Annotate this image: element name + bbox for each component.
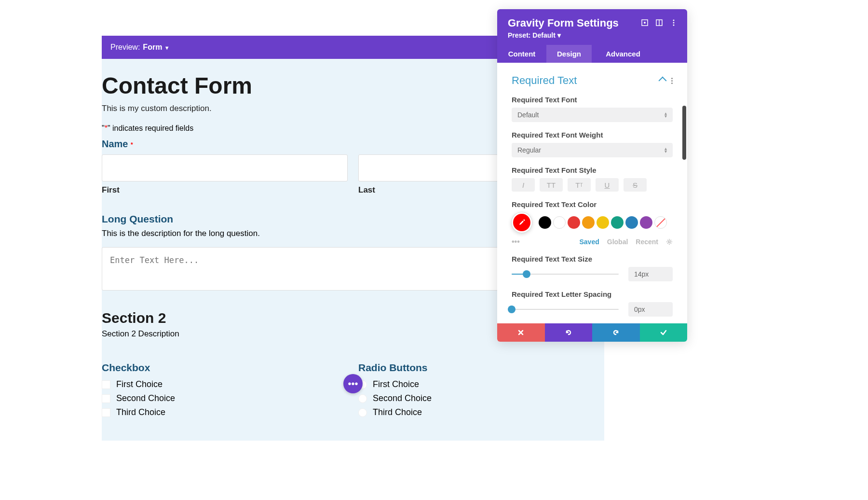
- more-vert-icon[interactable]: [670, 19, 678, 27]
- preview-label: Preview:: [110, 43, 140, 52]
- panel-title: Gravity Form Settings: [508, 17, 619, 29]
- radio-item[interactable]: First Choice: [358, 379, 604, 389]
- color-tab-global[interactable]: Global: [607, 238, 628, 246]
- spacing-slider[interactable]: [512, 309, 619, 310]
- select-arrows-icon: ▴▾: [665, 147, 667, 153]
- smallcaps-button[interactable]: TT: [568, 178, 591, 192]
- radio-item-label: First Choice: [373, 379, 419, 389]
- chevron-up-icon[interactable]: [659, 77, 667, 85]
- radio-column: Radio Buttons First Choice Second Choice…: [358, 362, 604, 421]
- section-header[interactable]: Required Text: [512, 74, 673, 87]
- tab-design[interactable]: Design: [546, 45, 592, 63]
- radio-item-label: Third Choice: [373, 407, 422, 417]
- weight-label: Required Text Font Weight: [512, 131, 673, 139]
- panel-tabs: Content Design Advanced: [497, 45, 687, 63]
- checkbox-item[interactable]: Third Choice: [102, 407, 348, 417]
- color-picker-button[interactable]: [512, 212, 532, 233]
- underline-button[interactable]: U: [596, 178, 619, 192]
- focus-icon[interactable]: [641, 19, 649, 27]
- checkbox-column: Checkbox First Choice Second Choice Thir…: [102, 362, 348, 421]
- checkbox-item-label: Third Choice: [116, 407, 165, 417]
- weight-select[interactable]: Regular ▴▾: [512, 143, 673, 157]
- color-swatch-purple[interactable]: [640, 216, 652, 229]
- uppercase-button[interactable]: TT: [540, 178, 563, 192]
- more-vert-icon[interactable]: [671, 78, 673, 84]
- tab-advanced[interactable]: Advanced: [592, 45, 654, 63]
- color-tab-saved[interactable]: Saved: [580, 238, 599, 246]
- close-icon: [517, 329, 524, 336]
- check-icon: [660, 329, 667, 336]
- more-horiz-icon[interactable]: •••: [512, 237, 520, 246]
- size-slider[interactable]: [512, 274, 619, 275]
- required-star: *: [131, 141, 133, 148]
- color-swatch-yellow[interactable]: [597, 216, 609, 229]
- redo-button[interactable]: [592, 323, 640, 342]
- save-button[interactable]: [640, 323, 688, 342]
- color-swatch-red[interactable]: [568, 216, 580, 229]
- preview-dropdown[interactable]: Form ▼: [143, 43, 169, 52]
- name-label-text: Name: [102, 139, 128, 149]
- font-select-value: Default: [517, 111, 539, 119]
- color-swatch-teal[interactable]: [611, 216, 624, 229]
- svg-point-4: [673, 20, 675, 21]
- radio-box-icon: [358, 394, 367, 403]
- settings-panel: Gravity Form Settings Preset: Default ▾ …: [497, 9, 687, 342]
- select-arrows-icon: ▴▾: [665, 112, 667, 118]
- section-header-icons: [660, 78, 673, 84]
- size-value-input[interactable]: 14px: [628, 267, 673, 281]
- spacing-slider-row: 0px: [512, 302, 673, 317]
- tab-content[interactable]: Content: [497, 45, 546, 63]
- color-swatch-black[interactable]: [539, 216, 551, 229]
- svg-point-5: [673, 22, 675, 24]
- spacing-value-input[interactable]: 0px: [628, 302, 673, 317]
- checkbox-item[interactable]: Second Choice: [102, 393, 348, 403]
- first-name-input[interactable]: [102, 154, 348, 181]
- spacing-label: Required Text Letter Spacing: [512, 290, 673, 298]
- fab-more-button[interactable]: •••: [343, 374, 363, 393]
- strikethrough-button[interactable]: S: [624, 178, 647, 192]
- redo-icon: [612, 329, 620, 336]
- scrollbar-thumb[interactable]: [682, 106, 686, 160]
- checkbox-item-label: Second Choice: [116, 393, 175, 403]
- color-swatch-white[interactable]: [553, 216, 566, 229]
- color-swatch-none[interactable]: [654, 216, 667, 229]
- color-swatch-orange[interactable]: [582, 216, 595, 229]
- panel-preset-dropdown[interactable]: Preset: Default ▾: [508, 31, 619, 39]
- italic-button[interactable]: I: [512, 178, 535, 192]
- style-label: Required Text Font Style: [512, 166, 673, 174]
- caret-down-icon: ▼: [164, 45, 170, 51]
- checkbox-item[interactable]: First Choice: [102, 379, 348, 389]
- undo-icon: [565, 329, 572, 336]
- checkbox-box-icon: [102, 394, 110, 403]
- panel-footer: [497, 323, 687, 342]
- radio-item[interactable]: Second Choice: [358, 393, 604, 403]
- panel-header: Gravity Form Settings Preset: Default ▾: [497, 9, 687, 45]
- slider-thumb[interactable]: [523, 270, 530, 278]
- undo-button[interactable]: [545, 323, 593, 342]
- cancel-button[interactable]: [497, 323, 545, 342]
- checkbox-box-icon: [102, 408, 110, 417]
- color-swatch-blue[interactable]: [625, 216, 638, 229]
- radio-label: Radio Buttons: [358, 362, 604, 374]
- eyedropper-icon: [518, 219, 526, 226]
- radio-item[interactable]: Third Choice: [358, 407, 604, 417]
- checkbox-item-label: First Choice: [116, 379, 163, 389]
- panel-header-icons: [641, 17, 678, 27]
- checkbox-box-icon: [102, 380, 110, 389]
- color-swatch-row: [512, 212, 673, 233]
- color-tab-recent[interactable]: Recent: [636, 238, 658, 246]
- gear-icon[interactable]: [666, 238, 673, 245]
- columns-icon[interactable]: [655, 19, 663, 27]
- svg-point-6: [673, 25, 675, 26]
- font-select[interactable]: Default ▴▾: [512, 108, 673, 122]
- radio-item-label: Second Choice: [373, 393, 432, 403]
- dots-horizontal-icon: •••: [348, 378, 358, 389]
- color-label: Required Text Text Color: [512, 200, 673, 208]
- color-meta-row: ••• Saved Global Recent: [512, 237, 673, 246]
- size-label: Required Text Text Size: [512, 255, 673, 263]
- svg-point-1: [644, 22, 646, 24]
- slider-thumb[interactable]: [508, 306, 515, 313]
- first-sub-label: First: [102, 185, 348, 195]
- first-name-col: First: [102, 154, 348, 195]
- size-slider-row: 14px: [512, 267, 673, 281]
